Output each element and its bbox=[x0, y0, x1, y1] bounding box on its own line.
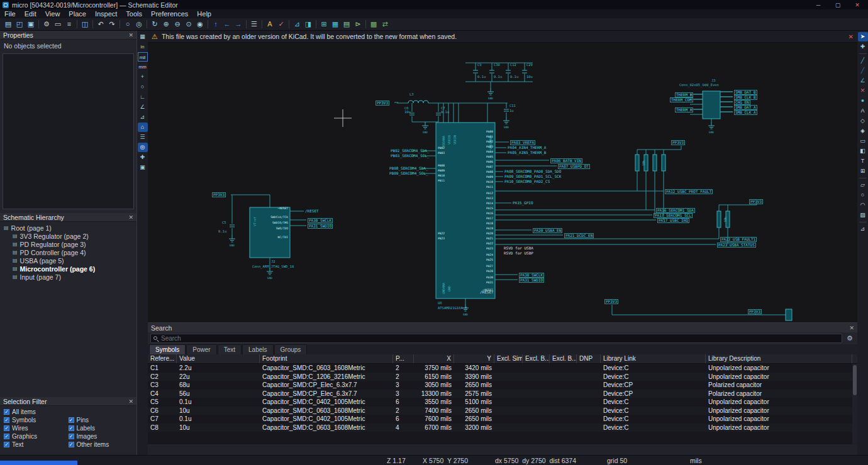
draw-arc-icon[interactable]: ◠ bbox=[858, 200, 868, 210]
checkbox-icon[interactable]: ✓ bbox=[4, 409, 9, 415]
text-box-icon[interactable]: ⊞ bbox=[858, 167, 868, 176]
new-schematic-icon[interactable]: ▤ bbox=[3, 19, 14, 30]
nav-back-icon[interactable]: ← bbox=[221, 19, 233, 30]
properties-panel-toggle-icon[interactable]: ☰ bbox=[138, 133, 148, 142]
column-header[interactable]: X bbox=[414, 354, 454, 363]
column-header[interactable]: DNP bbox=[577, 354, 601, 363]
edit-symbol-fields-icon[interactable]: ▦ bbox=[330, 19, 341, 30]
table-row[interactable]: C12.2uCapacitor_SMD:C_0603_1608Metric237… bbox=[148, 364, 852, 373]
infobar-close-icon[interactable]: ✕ bbox=[849, 33, 854, 40]
highlight-net-icon[interactable]: ✚ bbox=[858, 42, 868, 52]
net-navigator-icon[interactable]: ✚ bbox=[138, 153, 148, 162]
export-netlist-icon[interactable]: ⊳ bbox=[352, 19, 364, 30]
checkbox-icon[interactable]: ✓ bbox=[69, 425, 74, 431]
column-header[interactable]: Library Description bbox=[706, 354, 852, 363]
annotate-automatically-icon[interactable]: ⊿ bbox=[138, 112, 148, 122]
column-header[interactable]: Footprint bbox=[260, 354, 393, 363]
save-icon[interactable]: ▣ bbox=[25, 19, 36, 30]
column-header[interactable]: Refere... bbox=[148, 354, 177, 363]
column-header[interactable]: Y bbox=[454, 354, 494, 363]
table-row[interactable]: C810uCapacitor_SMD:C_0603_1608Metric4670… bbox=[148, 424, 852, 432]
show-hidden-pins-icon[interactable]: ○ bbox=[138, 82, 148, 92]
zoom-fit-icon[interactable]: ⊙ bbox=[183, 19, 194, 30]
filter-pins[interactable]: ✓Pins bbox=[69, 416, 133, 424]
column-header[interactable]: Excl. B... bbox=[550, 354, 577, 363]
sheet-item[interactable]: ▤Microcontroller (page 6) bbox=[0, 265, 136, 273]
nav-up-icon[interactable]: ↑ bbox=[210, 19, 221, 30]
nav-forward-icon[interactable]: → bbox=[233, 19, 244, 30]
zoom-out-icon[interactable]: ⊖ bbox=[172, 19, 183, 30]
checkbox-icon[interactable]: ✓ bbox=[4, 417, 9, 423]
search-input[interactable] bbox=[150, 334, 842, 343]
checkbox-icon[interactable]: ✓ bbox=[69, 442, 74, 447]
table-row[interactable]: C222uCapacitor_SMD:C_1206_3216Metric2615… bbox=[148, 373, 852, 381]
find-replace-icon[interactable]: ◎ bbox=[133, 19, 145, 30]
open-schematic-icon[interactable]: ◰ bbox=[14, 19, 25, 30]
design-blocks-icon[interactable]: ▣ bbox=[138, 163, 148, 172]
filter-labels[interactable]: ✓Labels bbox=[69, 424, 133, 432]
sync-pcb-icon[interactable]: ⇄ bbox=[379, 19, 391, 30]
run-erc-icon[interactable]: ✓ bbox=[275, 19, 287, 30]
table-row[interactable]: C368uCapacitor_SMD:CP_Elec_6.3x7.733050 … bbox=[148, 381, 852, 390]
close-button[interactable]: ✕ bbox=[849, 2, 865, 8]
unit-mil-icon[interactable]: mil bbox=[138, 52, 148, 62]
junction-icon[interactable]: ● bbox=[858, 96, 868, 106]
free-angle-wire-mode-icon[interactable]: ∠ bbox=[138, 102, 148, 112]
tab-symbols[interactable]: Symbols bbox=[149, 344, 186, 354]
draw-rectangle-icon[interactable]: ▱ bbox=[858, 180, 868, 190]
checkbox-icon[interactable]: ✓ bbox=[4, 425, 9, 431]
unit-inch-icon[interactable]: in bbox=[138, 42, 148, 52]
checkbox-icon[interactable]: ✓ bbox=[69, 434, 74, 439]
sheet-pin-icon[interactable]: ◧ bbox=[858, 146, 868, 156]
tab-labels[interactable]: Labels bbox=[242, 344, 273, 354]
menu-file[interactable]: File bbox=[0, 9, 20, 18]
column-header[interactable]: P... bbox=[393, 354, 414, 363]
table-row[interactable]: C610uCapacitor_SMD:C_0603_1608Metric2740… bbox=[148, 407, 852, 415]
global-label-icon[interactable]: ◇ bbox=[858, 116, 868, 126]
open-pcb-editor-icon[interactable]: ▩ bbox=[368, 19, 379, 30]
annotate-icon[interactable]: A bbox=[264, 19, 275, 30]
sheet-item[interactable]: ▤Input (page 7) bbox=[0, 273, 136, 281]
table-row[interactable]: C456uCapacitor_SMD:CP_Elec_6.3x7.7313300… bbox=[148, 390, 852, 398]
refresh-icon[interactable]: ↻ bbox=[149, 19, 160, 30]
filter-text[interactable]: ✓Text bbox=[4, 440, 69, 448]
hierarchical-label-icon[interactable]: ◈ bbox=[858, 126, 868, 136]
show-hierarchy-icon[interactable]: ☰ bbox=[248, 19, 260, 30]
measure-tool-icon[interactable]: ⊿ bbox=[858, 224, 868, 234]
print-icon[interactable]: ≡ bbox=[64, 19, 75, 30]
menu-tools[interactable]: Tools bbox=[121, 9, 147, 18]
hv-wire-mode-icon[interactable]: ∟ bbox=[138, 92, 148, 102]
page-settings-icon[interactable]: ▭ bbox=[52, 19, 64, 30]
draw-bus-icon[interactable]: ╱ bbox=[858, 66, 868, 75]
wire-to-bus-entry-icon[interactable]: ∠ bbox=[858, 76, 868, 85]
text-icon[interactable]: T bbox=[858, 156, 868, 166]
sheet-item[interactable]: ▤PD Controller (page 4) bbox=[0, 248, 136, 256]
properties-close-icon[interactable]: ✕ bbox=[128, 32, 133, 38]
hierarchy-close-icon[interactable]: ✕ bbox=[128, 214, 133, 221]
draw-circle-icon[interactable]: ○ bbox=[858, 190, 868, 200]
zoom-in-icon[interactable]: ⊕ bbox=[160, 19, 172, 30]
filter-all-items[interactable]: ✓All items bbox=[4, 408, 69, 415]
checkbox-icon[interactable]: ✓ bbox=[4, 434, 9, 439]
bom-icon[interactable]: ▤ bbox=[341, 19, 352, 30]
sheet-item[interactable]: ▤Root (page 1) bbox=[0, 224, 136, 232]
checkbox-icon[interactable]: ✓ bbox=[4, 442, 9, 447]
add-image-icon[interactable]: ▨ bbox=[858, 211, 868, 220]
paste-icon[interactable]: ◫ bbox=[79, 19, 91, 30]
sheet-item[interactable]: ▤PD Regulator (page 3) bbox=[0, 240, 136, 248]
assign-footprints-icon[interactable]: ⊞ bbox=[318, 19, 330, 30]
hierarchical-sheet-icon[interactable]: ▭ bbox=[858, 136, 868, 146]
selection-filter-close-icon[interactable]: ✕ bbox=[128, 398, 133, 405]
column-header[interactable]: Excl. B... bbox=[523, 354, 550, 363]
menu-inspect[interactable]: Inspect bbox=[91, 9, 121, 18]
unit-mm-icon[interactable]: mm bbox=[138, 62, 148, 72]
schematic-canvas[interactable]: GNDGNDGNDGNDGNDGNDGND PP3V3L3C610uC70.1u… bbox=[148, 43, 857, 322]
menu-view[interactable]: View bbox=[41, 9, 65, 18]
table-scrollbar-thumb[interactable] bbox=[853, 365, 857, 395]
tab-text[interactable]: Text bbox=[218, 344, 242, 354]
find-icon[interactable]: ○ bbox=[122, 19, 133, 30]
menu-preferences[interactable]: Preferences bbox=[147, 9, 192, 18]
undo-icon[interactable]: ↶ bbox=[95, 19, 106, 30]
table-row[interactable]: C50.1uCapacitor_SMD:C_0402_1005Metric635… bbox=[148, 398, 852, 407]
tab-power[interactable]: Power bbox=[186, 344, 216, 354]
